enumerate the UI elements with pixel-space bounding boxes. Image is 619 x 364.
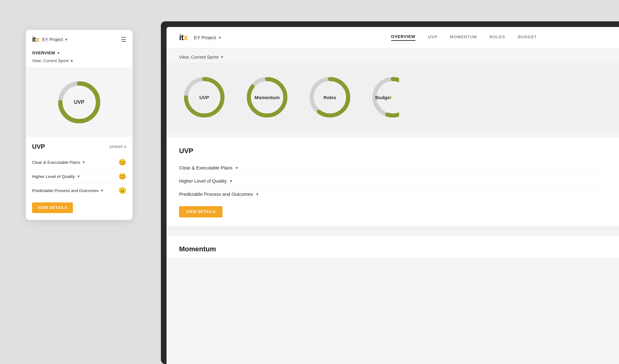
momentum-title: Momentum [179, 245, 606, 253]
uvp-item-label: Higher Level of Quality ▼ [32, 174, 80, 179]
desktop-header-left: itx EY Project ▼ [179, 33, 321, 42]
list-item[interactable]: Clear & Executable Plans ▼ [179, 161, 606, 174]
mobile-chart-area: UVP [26, 68, 133, 137]
chart-momentum-label: Momentum [255, 95, 280, 100]
desktop-logo: itx [179, 33, 188, 42]
chevron-down-icon: ▼ [57, 51, 60, 55]
desktop-project-label: EY Project [194, 35, 216, 40]
mobile-header-left: itx EY Project ▼ [32, 35, 68, 44]
desktop-nav: OVERVIEW UVP MOMENTUM ROLES BUDGET [321, 34, 606, 41]
hamburger-icon[interactable]: ☰ [121, 36, 126, 43]
list-item[interactable]: Predictable Process and Outcomes ▼ [179, 188, 606, 201]
chart-roles[interactable]: Roles [305, 72, 355, 122]
desktop-view-details-button[interactable]: VIEW DETAILS [179, 206, 222, 217]
mobile-project-selector[interactable]: EY Project ▼ [42, 37, 68, 42]
tab-momentum[interactable]: MOMENTUM [450, 35, 477, 40]
mobile-uvp-title: UVP [32, 143, 45, 150]
chart-momentum[interactable]: Momentum [242, 72, 292, 122]
chevron-down-icon: ▼ [101, 189, 104, 192]
uvp-card: UVP Clear & Executable Plans ▼ Higher Le… [167, 138, 619, 226]
desktop-header: itx EY Project ▼ OVERVIEW UVP MOMENTUM R… [167, 27, 619, 48]
happy-emoji-icon: 😊 [118, 158, 126, 166]
tab-budget[interactable]: BUDGET [518, 35, 537, 40]
chevron-down-icon: ▼ [77, 174, 80, 178]
mobile-donut-label: UVP [74, 99, 85, 105]
tab-overview[interactable]: OVERVIEW [391, 34, 416, 41]
mobile-card: itx EY Project ▼ ☰ OVERVIEW ▼ View: Curr… [26, 30, 133, 220]
list-item[interactable]: Higher Level of Quality ▼ 😊 [32, 169, 126, 184]
list-item[interactable]: Predictable Process and Outcomes ▼ 😐 [32, 184, 126, 197]
desktop-frame: itx EY Project ▼ OVERVIEW UVP MOMENTUM R… [161, 21, 619, 364]
desktop-uvp-item-label: Higher Level of Quality ▼ [179, 178, 233, 184]
mobile-header: itx EY Project ▼ ☰ [26, 30, 133, 48]
chart-budget-label: Budget [375, 95, 392, 100]
chart-budget[interactable]: Budget [368, 72, 399, 122]
mobile-uvp-section: UVP SPRINT 6 Clear & Executable Plans ▼ … [26, 137, 133, 220]
mobile-donut-uvp: UVP [54, 77, 104, 127]
chevron-down-icon: ▼ [255, 192, 259, 196]
chevron-down-icon: ▼ [70, 59, 74, 63]
chevron-down-icon: ▼ [229, 179, 233, 183]
uvp-item-label: Predictable Process and Outcomes ▼ [32, 188, 104, 193]
momentum-section: Momentum [167, 236, 619, 258]
desktop-view-selector[interactable]: View: Current Sprint ▼ [167, 48, 619, 63]
desktop-uvp-item-label: Predictable Process and Outcomes ▼ [179, 191, 259, 197]
desktop-content: View: Current Sprint ▼ UVP [167, 48, 619, 364]
chevron-down-icon: ▼ [65, 38, 68, 41]
list-item[interactable]: Higher Level of Quality ▼ [179, 174, 606, 188]
desktop-inner: itx EY Project ▼ OVERVIEW UVP MOMENTUM R… [167, 27, 619, 364]
section-divider [167, 226, 619, 230]
chevron-down-icon: ▼ [82, 160, 85, 164]
mobile-view-selector[interactable]: View: Current Sprint ▼ [32, 58, 126, 63]
charts-row: UVP Momentum Roles [167, 63, 619, 132]
mobile-uvp-header: UVP SPRINT 6 [32, 143, 126, 150]
uvp-card-title: UVP [179, 147, 606, 155]
mobile-nav: OVERVIEW ▼ View: Current Sprint ▼ [26, 48, 133, 68]
mobile-nav-title[interactable]: OVERVIEW ▼ [32, 51, 126, 55]
mobile-sprint-badge: SPRINT 6 [109, 145, 126, 149]
list-item[interactable]: Clear & Executable Plans ▼ 😊 [32, 155, 126, 169]
chart-uvp[interactable]: UVP [179, 72, 229, 122]
chevron-down-icon: ▼ [218, 36, 222, 40]
chevron-down-icon: ▼ [220, 55, 224, 59]
mobile-view-details-button[interactable]: VIEW DETAILS [32, 202, 73, 213]
desktop-project-selector[interactable]: EY Project ▼ [194, 35, 221, 40]
tab-roles[interactable]: ROLES [490, 35, 505, 40]
happy-emoji-icon: 😊 [118, 173, 126, 180]
uvp-item-label: Clear & Executable Plans ▼ [32, 160, 85, 165]
chart-roles-label: Roles [324, 95, 337, 100]
tab-uvp[interactable]: UVP [428, 35, 437, 40]
chart-uvp-label: UVP [200, 95, 209, 100]
mobile-logo: itx [32, 35, 39, 44]
neutral-emoji-icon: 😐 [118, 187, 126, 194]
desktop-uvp-item-label: Clear & Executable Plans ▼ [179, 165, 238, 170]
mobile-project-label: EY Project [42, 37, 63, 42]
chevron-down-icon: ▼ [235, 166, 238, 170]
